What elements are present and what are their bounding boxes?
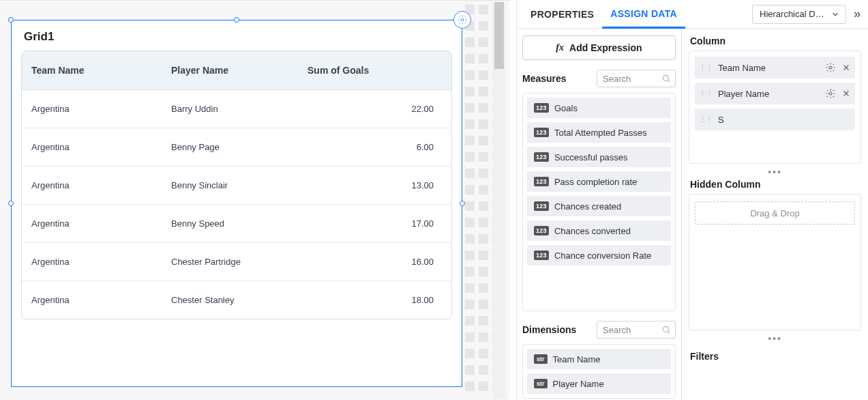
measure-chip[interactable]: 123Goals xyxy=(527,98,671,118)
canvas-scrollbar[interactable] xyxy=(493,2,505,399)
measure-label: Chances created xyxy=(554,201,621,212)
cell-team: Argentina xyxy=(22,281,162,319)
grid-widget-selected[interactable]: Grid1 Team Name Player Name Sum of Goals… xyxy=(11,20,462,387)
section-expand-dots[interactable]: ••• xyxy=(689,333,861,344)
resize-handle-tm[interactable] xyxy=(234,17,239,23)
canvas-scrollbar-thumb[interactable] xyxy=(494,2,504,69)
right-panel: PROPERTIES ASSIGN DATA Hierarchical D… »… xyxy=(516,0,868,400)
add-expression-button[interactable]: fx Add Expression xyxy=(522,35,676,60)
measure-chip[interactable]: 123Pass completion rate xyxy=(527,171,671,192)
canvas-area: Grid1 Team Name Player Name Sum of Goals… xyxy=(0,0,509,400)
measure-chip[interactable]: 123Chance conversion Rate xyxy=(527,245,671,266)
widget-settings-gear[interactable] xyxy=(453,11,471,29)
table-row[interactable]: ArgentinaBenny Sinclair13.00 xyxy=(22,166,451,204)
pill-settings-gear[interactable] xyxy=(825,62,836,73)
numeric-type-icon: 123 xyxy=(534,152,549,162)
column-drop-zone[interactable]: ⋮⋮Team Name⋮⋮Player Name ⋮⋮ S xyxy=(689,51,861,164)
dimension-label: Team Name xyxy=(553,354,601,365)
measure-label: Pass completion rate xyxy=(554,177,637,187)
pill-remove-x[interactable] xyxy=(841,89,851,98)
data-table: Team Name Player Name Sum of Goals Argen… xyxy=(21,51,452,319)
fields-column: fx Add Expression Measures Search 123Goa… xyxy=(517,29,682,400)
cell-goals: 18.00 xyxy=(298,281,451,319)
hidden-column-placeholder[interactable]: Drag & Drop xyxy=(695,201,855,225)
svg-point-0 xyxy=(461,18,464,21)
numeric-type-icon: 123 xyxy=(534,103,549,113)
col-header[interactable]: Player Name xyxy=(162,51,298,89)
cell-player: Chester Stanley xyxy=(162,281,298,319)
dimensions-label: Dimensions xyxy=(522,324,591,335)
measure-label: Total Attempted Passes xyxy=(554,128,647,138)
measures-list: 123Goals123Total Attempted Passes123Succ… xyxy=(522,93,676,311)
measure-label: Successful passes xyxy=(554,152,628,162)
cell-player: Benny Speed xyxy=(162,205,298,242)
numeric-type-icon: 123 xyxy=(534,251,549,260)
column-pill[interactable]: ⋮⋮Player Name xyxy=(695,83,855,104)
search-icon xyxy=(661,325,671,334)
numeric-type-icon: 123 xyxy=(534,201,549,211)
measure-chip[interactable]: 123Total Attempted Passes xyxy=(527,122,671,143)
table-header-row: Team Name Player Name Sum of Goals xyxy=(22,51,451,90)
column-pill-partial[interactable]: ⋮⋮ S xyxy=(695,109,855,130)
cell-team: Argentina xyxy=(22,128,162,166)
string-type-icon: str xyxy=(534,354,548,364)
dimension-label: Player Name xyxy=(553,379,604,389)
col-header[interactable]: Team Name xyxy=(22,51,162,89)
cell-player: Barry Uddin xyxy=(162,90,298,128)
fx-icon: fx xyxy=(556,42,564,53)
tab-assign-data[interactable]: ASSIGN DATA xyxy=(602,1,685,29)
cell-goals: 16.00 xyxy=(298,243,451,281)
measure-chip[interactable]: 123Successful passes xyxy=(527,147,671,167)
dimension-chip[interactable]: strTeam Name xyxy=(527,349,671,369)
string-type-icon: str xyxy=(534,379,548,388)
svg-line-2 xyxy=(668,81,670,83)
resize-handle-mr[interactable] xyxy=(460,201,465,206)
pill-settings-gear[interactable] xyxy=(825,88,836,99)
table-row[interactable]: ArgentinaChester Stanley18.00 xyxy=(22,281,451,319)
add-expression-label: Add Expression xyxy=(569,42,642,53)
data-source-value: Hierarchical D… xyxy=(760,9,824,19)
hidden-column-drop-zone[interactable]: Drag & Drop xyxy=(689,194,861,330)
measure-label: Goals xyxy=(554,103,578,113)
resize-handle-ml[interactable] xyxy=(8,201,14,206)
measure-chip[interactable]: 123Chances created xyxy=(527,196,671,216)
table-row[interactable]: ArgentinaBenny Speed17.00 xyxy=(22,204,451,242)
pill-label: Team Name xyxy=(718,63,820,73)
svg-point-8 xyxy=(829,92,832,95)
cell-team: Argentina xyxy=(22,205,162,242)
dimensions-search-input[interactable]: Search xyxy=(597,321,676,339)
svg-point-3 xyxy=(663,326,668,332)
panel-more-button[interactable]: » xyxy=(846,7,868,21)
measures-search-input[interactable]: Search xyxy=(597,70,676,87)
search-placeholder: Search xyxy=(603,325,631,335)
cell-team: Argentina xyxy=(22,243,162,281)
section-expand-dots[interactable]: ••• xyxy=(689,167,861,177)
col-header[interactable]: Sum of Goals xyxy=(298,51,451,89)
assign-column: Column ⋮⋮Team Name⋮⋮Player Name ⋮⋮ S •••… xyxy=(682,29,868,400)
resize-handle-tl[interactable] xyxy=(8,17,14,23)
cell-team: Argentina xyxy=(22,90,162,128)
dimension-chip[interactable]: strPlayer Name xyxy=(527,373,671,394)
svg-point-5 xyxy=(829,66,832,69)
table-row[interactable]: ArgentinaBenny Page6.00 xyxy=(22,128,451,166)
cell-team: Argentina xyxy=(22,167,162,204)
dimensions-list: strTeam NamestrPlayer Name xyxy=(522,344,676,399)
panel-tabs: PROPERTIES ASSIGN DATA Hierarchical D… » xyxy=(517,0,868,29)
chevron-down-icon xyxy=(830,10,840,19)
search-icon xyxy=(661,74,671,83)
table-row[interactable]: ArgentinaBarry Uddin22.00 xyxy=(22,90,451,128)
drag-grip-icon[interactable]: ⋮⋮ xyxy=(699,89,713,98)
column-pill[interactable]: ⋮⋮Team Name xyxy=(695,57,855,78)
measures-label: Measures xyxy=(522,73,591,84)
tab-properties[interactable]: PROPERTIES xyxy=(522,0,602,28)
drag-grip-icon[interactable]: ⋮⋮ xyxy=(699,63,713,72)
numeric-type-icon: 123 xyxy=(534,128,549,137)
search-placeholder: Search xyxy=(603,74,631,84)
grid-title: Grid1 xyxy=(12,20,462,51)
measure-chip[interactable]: 123Chances converted xyxy=(527,220,671,241)
table-row[interactable]: ArgentinaChester Partridge16.00 xyxy=(22,242,451,281)
cell-goals: 17.00 xyxy=(298,205,451,242)
pill-remove-x[interactable] xyxy=(841,63,851,72)
data-source-select[interactable]: Hierarchical D… xyxy=(752,5,846,24)
drag-grip-icon[interactable]: ⋮⋮ xyxy=(699,115,713,124)
